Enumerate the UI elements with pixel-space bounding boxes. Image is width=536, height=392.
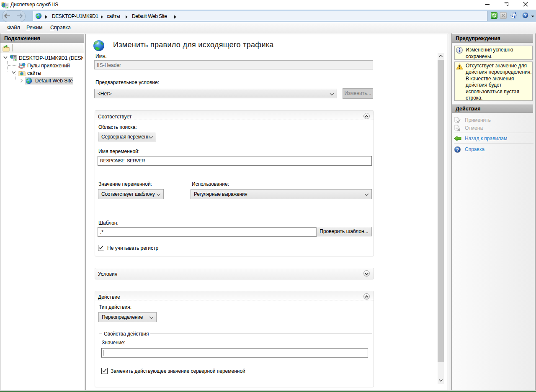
svg-text:?: ? [456,147,459,152]
svg-text:?: ? [524,13,527,18]
